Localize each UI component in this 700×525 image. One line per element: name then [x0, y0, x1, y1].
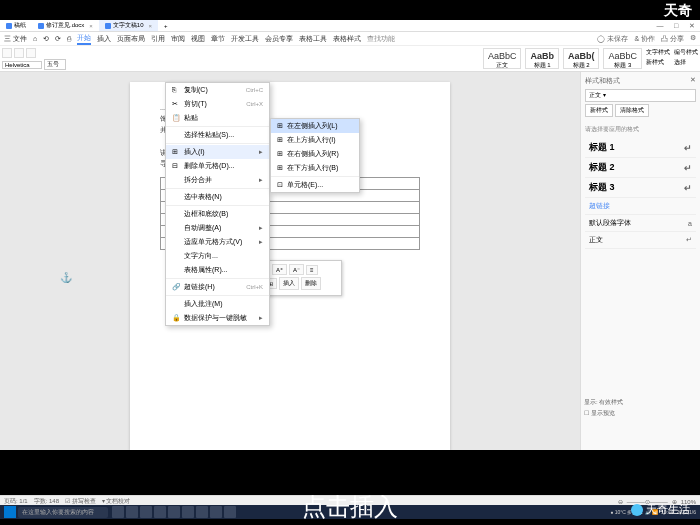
sidebar-title: 样式和格式: [585, 76, 620, 86]
sub-insert-cell[interactable]: ⊡单元格(E)...: [271, 178, 359, 192]
ctx-delete-cell[interactable]: ⊟删除单元格(D)...: [166, 159, 269, 173]
tab-2[interactable]: 修订意见.docx×: [32, 20, 99, 31]
show-styles-label: 显示: 有效样式: [584, 398, 696, 407]
font-select[interactable]: Helvetica: [2, 61, 42, 69]
mini-grow[interactable]: A⁺: [272, 264, 287, 275]
sub-insert-below[interactable]: ⊞在下方插入行(B): [271, 161, 359, 175]
menu-ref[interactable]: 引用: [151, 34, 165, 44]
menu-insert[interactable]: 插入: [97, 34, 111, 44]
ctx-textdir[interactable]: 文字方向...: [166, 249, 269, 263]
menu-view[interactable]: 视图: [191, 34, 205, 44]
watermark-icon: [631, 504, 643, 516]
current-style-select[interactable]: 正文 ▾: [585, 89, 696, 102]
maximize-button[interactable]: □: [668, 22, 684, 30]
tab-add[interactable]: +: [158, 22, 174, 30]
apply-label: 请选择要应用的格式: [585, 125, 696, 134]
mini-align[interactable]: ≡: [306, 265, 318, 275]
mini-delete[interactable]: 删除: [301, 277, 321, 290]
ctx-split-merge[interactable]: 拆分合并▸: [166, 173, 269, 187]
menu-tabletools[interactable]: 表格工具: [299, 34, 327, 44]
copy-icon: ⎘: [172, 86, 180, 94]
settings-icon[interactable]: ⚙: [690, 34, 696, 44]
menu-print[interactable]: ⎙: [67, 35, 71, 42]
sub-insert-left[interactable]: ⊞在左侧插入列(L): [271, 119, 359, 133]
screen: 稿纸 修订意见.docx× 文字文稿10× + — □ ✕ 三 文件 ⌂ ⟲ ⟳…: [0, 20, 700, 450]
mini-shrink[interactable]: A⁻: [289, 264, 304, 275]
ctx-select-table[interactable]: 选中表格(N): [166, 190, 269, 204]
menu-home-icon[interactable]: ⌂: [33, 35, 37, 42]
numstyle-button[interactable]: 编号样式: [674, 48, 698, 57]
style-h2-row[interactable]: 标题 2↵: [585, 158, 696, 178]
style-normal[interactable]: AaBbC正文: [483, 48, 522, 69]
ctx-paste[interactable]: 📋粘贴: [166, 111, 269, 125]
col-right-icon: ⊞: [277, 150, 283, 158]
ctx-paste-special[interactable]: 选择性粘贴(S)...: [166, 128, 269, 142]
menu-undo[interactable]: ⟲: [43, 35, 49, 43]
sub-insert-right[interactable]: ⊞在右侧插入列(R): [271, 147, 359, 161]
style-h1-row[interactable]: 标题 1↵: [585, 138, 696, 158]
close-icon: ×: [89, 23, 93, 29]
select-button[interactable]: 选择: [674, 58, 698, 67]
row-above-icon: ⊞: [277, 136, 283, 144]
menu-chapter[interactable]: 章节: [211, 34, 225, 44]
mini-insert[interactable]: 插入: [279, 277, 299, 290]
newstyle-button[interactable]: 新样式: [646, 58, 670, 67]
row-below-icon: ⊞: [277, 164, 283, 172]
menu-layout[interactable]: 页面布局: [117, 34, 145, 44]
menu-member[interactable]: 会员专享: [265, 34, 293, 44]
style-h1[interactable]: AaBb标题 1: [525, 48, 559, 69]
tab-3[interactable]: 文字文稿10×: [99, 20, 158, 31]
menu-review[interactable]: 审阅: [171, 34, 185, 44]
menu-start[interactable]: 开始: [77, 33, 91, 45]
cut-icon[interactable]: [26, 48, 36, 58]
context-menu: ⎘复制(C)Ctrl+C ✂剪切(T)Ctrl+X 📋粘贴 选择性粘贴(S)..…: [165, 82, 270, 326]
ctx-border[interactable]: 边框和底纹(B): [166, 207, 269, 221]
ctx-hyperlink[interactable]: 🔗超链接(H)Ctrl+K: [166, 280, 269, 294]
textstyle-button[interactable]: 文字样式: [646, 48, 670, 57]
collab-button[interactable]: & 协作: [634, 34, 655, 44]
col-left-icon: ⊞: [277, 122, 283, 130]
tab-1[interactable]: 稿纸: [0, 20, 32, 31]
close-icon: ×: [149, 23, 153, 29]
menu-tablestyle[interactable]: 表格样式: [333, 34, 361, 44]
newstyle-btn[interactable]: 新样式: [585, 104, 613, 117]
video-caption: 点击插入: [0, 489, 700, 525]
ctx-autofit[interactable]: 自动调整(A)▸: [166, 221, 269, 235]
paste-icon[interactable]: [2, 48, 12, 58]
lock-icon: 🔒: [172, 314, 180, 322]
style-default-row[interactable]: 默认段落字体a: [585, 215, 696, 232]
ctx-insert[interactable]: ⊞插入(I)▸: [166, 145, 269, 159]
menu-file[interactable]: 三 文件: [4, 34, 27, 44]
styles-sidebar: 样式和格式✕ 正文 ▾ 新样式 清除格式 请选择要应用的格式 标题 1↵ 标题 …: [580, 72, 700, 450]
share-button[interactable]: 凸 分享: [661, 34, 684, 44]
insert-icon: ⊞: [172, 148, 180, 156]
minimize-button[interactable]: —: [652, 22, 668, 30]
ctx-comment[interactable]: 插入批注(M): [166, 297, 269, 311]
preview-checkbox[interactable]: ☐ 显示预览: [584, 409, 696, 418]
paste-icon: 📋: [172, 114, 180, 122]
copy-icon[interactable]: [14, 48, 24, 58]
clearformat-btn[interactable]: 清除格式: [615, 104, 649, 117]
style-body-row[interactable]: 正文↵: [585, 232, 696, 249]
style-link-row[interactable]: 超链接: [585, 198, 696, 215]
sidebar-close[interactable]: ✕: [690, 76, 696, 86]
insert-submenu: ⊞在左侧插入列(L) ⊞在上方插入行(I) ⊞在右侧插入列(R) ⊞在下方插入行…: [270, 118, 360, 193]
cell-icon: ⊡: [277, 181, 283, 189]
ctx-cut[interactable]: ✂剪切(T)Ctrl+X: [166, 97, 269, 111]
style-h3-row[interactable]: 标题 3↵: [585, 178, 696, 198]
style-h2[interactable]: AaBb(标题 2: [563, 48, 600, 69]
menu-dev[interactable]: 开发工具: [231, 34, 259, 44]
sub-insert-above[interactable]: ⊞在上方插入行(I): [271, 133, 359, 147]
style-h3[interactable]: AaBbC标题 3: [603, 48, 642, 69]
close-button[interactable]: ✕: [684, 22, 700, 30]
unsaved-indicator: ◯ 未保存: [597, 34, 628, 44]
menu-redo[interactable]: ⟳: [55, 35, 61, 43]
menu-find[interactable]: 查找功能: [367, 34, 395, 44]
anchor-icon: ⚓: [60, 272, 72, 283]
ctx-copy[interactable]: ⎘复制(C)Ctrl+C: [166, 83, 269, 97]
menubar: 三 文件 ⌂ ⟲ ⟳ ⎙ 开始 插入 页面布局 引用 审阅 视图 章节 开发工具…: [0, 32, 700, 46]
ctx-cellfit[interactable]: 适应单元格方式(V)▸: [166, 235, 269, 249]
size-select[interactable]: 五号: [44, 59, 66, 70]
ctx-tableprops[interactable]: 表格属性(R)...: [166, 263, 269, 277]
ctx-dataprotect[interactable]: 🔒数据保护与一键脱敏▸: [166, 311, 269, 325]
